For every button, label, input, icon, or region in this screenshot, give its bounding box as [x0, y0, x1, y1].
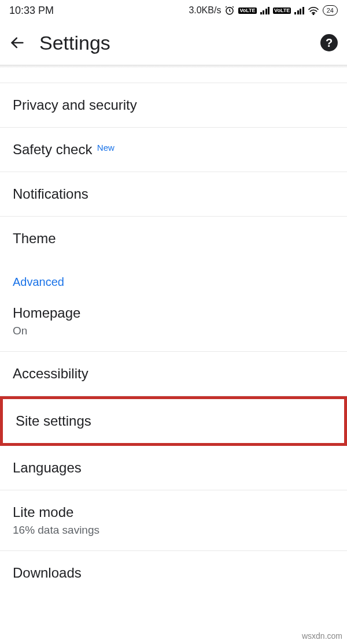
row-lite-mode[interactable]: Lite mode 16% data savings [0, 490, 347, 551]
status-time: 10:33 PM [9, 5, 54, 17]
row-site-settings[interactable]: Site settings [0, 396, 347, 446]
row-privacy-security[interactable]: Privacy and security [0, 83, 347, 128]
wifi-icon [308, 6, 319, 15]
row-languages[interactable]: Languages [0, 446, 347, 490]
section-header-advanced: Advanced [0, 260, 347, 291]
back-icon[interactable] [9, 35, 25, 51]
settings-list: Privacy and security Safety check New No… [0, 83, 347, 595]
signal-icon-1 [260, 6, 270, 14]
page-title: Settings [39, 32, 110, 54]
help-icon[interactable]: ? [320, 34, 338, 51]
row-theme[interactable]: Theme [0, 217, 347, 260]
network-speed: 3.0KB/s [189, 5, 221, 16]
status-indicators: 3.0KB/s VoLTE VoLTE 24 [189, 5, 338, 16]
row-label: Notifications [13, 186, 88, 202]
new-badge: New [97, 143, 115, 152]
row-label: Site settings [16, 413, 91, 429]
row-downloads[interactable]: Downloads [0, 551, 347, 595]
row-subtext: 16% data savings [13, 524, 334, 537]
row-label: Lite mode [13, 504, 73, 520]
row-notifications[interactable]: Notifications [0, 172, 347, 217]
row-label: Languages [13, 460, 82, 475]
watermark: wsxdn.com [302, 631, 342, 641]
row-label: Homepage [13, 305, 80, 321]
row-label: Theme [13, 230, 56, 246]
status-bar: 10:33 PM 3.0KB/s VoLTE VoLTE 24 [0, 0, 347, 21]
row-safety-check[interactable]: Safety check New [0, 128, 347, 172]
app-bar: Settings ? [0, 21, 347, 65]
row-subtext: On [13, 325, 334, 337]
row-label: Privacy and security [13, 97, 137, 113]
svg-point-1 [313, 14, 314, 15]
row-label: Downloads [13, 565, 82, 580]
alarm-icon [224, 5, 235, 16]
volte-badge-2: VoLTE [273, 8, 291, 14]
row-label: Accessibility [13, 366, 88, 381]
row-accessibility[interactable]: Accessibility [0, 352, 347, 396]
battery-icon: 24 [323, 5, 338, 16]
row-label: Safety check [13, 142, 92, 157]
row-homepage[interactable]: Homepage On [0, 291, 347, 352]
list-top-gap [0, 68, 347, 83]
volte-badge-1: VoLTE [238, 8, 256, 14]
signal-icon-2 [294, 6, 304, 14]
